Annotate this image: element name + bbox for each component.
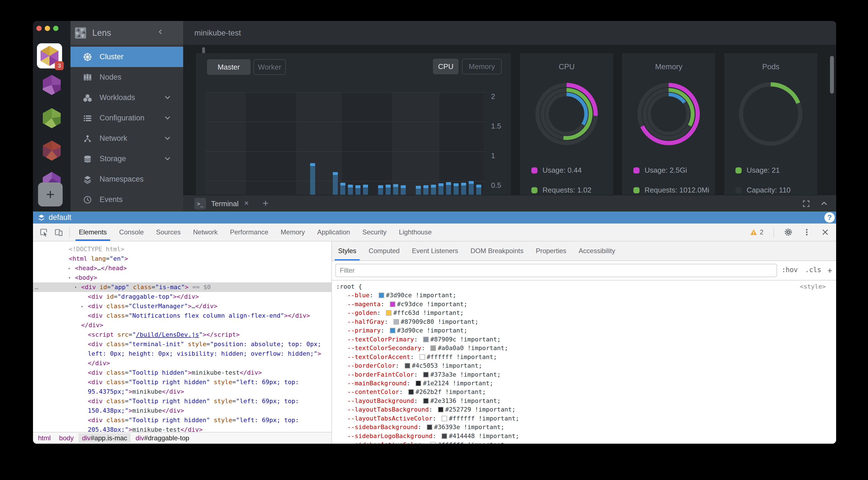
cluster-icon-green[interactable] [43,108,61,128]
tab-elements[interactable]: Elements [73,224,113,241]
dom-tree-row[interactable]: ▸<head>…</head> [33,264,331,273]
css-variable-row[interactable]: --layoutBackground: #2e3136 !important; [332,397,835,405]
styles-tab-event-listeners[interactable]: Event Listeners [406,241,464,261]
collapse-arrow-icon[interactable]: ▸ [81,302,84,311]
styles-tab-properties[interactable]: Properties [530,241,572,261]
tab-memory[interactable]: Memory [275,224,311,241]
chevron-down-icon[interactable] [163,155,172,164]
metric-tab-memory[interactable]: Memory [462,59,502,74]
sidebar-item-nodes[interactable]: Nodes [70,67,183,88]
active-cluster-tile[interactable]: 3 [37,43,62,68]
sidebar-item-cluster[interactable]: Cluster [70,47,183,67]
terminal-fullscreen-icon[interactable] [802,200,810,209]
css-variable-row[interactable]: --sidebarLogoBackground: #414448 !import… [332,432,835,441]
tab-application[interactable]: Application [311,224,356,241]
expand-arrow-icon[interactable]: ▾ [74,282,77,292]
color-swatch[interactable] [390,302,395,307]
terminal-collapse-icon[interactable] [820,200,828,209]
sidebar-collapse-icon[interactable] [157,28,164,37]
css-variable-row[interactable]: --magenta: #c93dce !important; [332,300,835,309]
css-variable-row[interactable]: --blue: #3d90ce !important; [332,291,835,300]
chevron-down-icon[interactable] [163,93,172,102]
styles-tab-dom-breakpoints[interactable]: DOM Breakpoints [464,241,530,261]
color-swatch[interactable] [390,328,395,333]
css-variable-row[interactable]: --borderFaintColor: #373a3e !important; [332,370,835,379]
color-swatch[interactable] [423,372,429,377]
dom-tree-row[interactable]: <div class="Notifications flex column al… [33,311,331,320]
color-swatch[interactable] [441,416,447,421]
warning-badge[interactable]: 2 [750,228,764,236]
sidebar-item-configuration[interactable]: Configuration [70,108,183,128]
color-swatch[interactable] [430,345,436,351]
collapse-arrow-icon[interactable]: ▸ [68,264,71,273]
gear-icon[interactable] [784,228,793,236]
device-toolbar-icon[interactable] [54,228,63,237]
dom-tree-row[interactable]: <div class="Tooltip right hidden" style=… [33,397,331,406]
css-variable-row[interactable]: --textColorAccent: #ffffff !important; [332,353,835,362]
style-origin-link[interactable]: <style> [800,282,826,291]
color-swatch[interactable] [405,363,410,369]
terminal-close-icon[interactable]: × [244,199,249,208]
color-swatch[interactable] [438,407,443,412]
cluster-icon-purple[interactable] [43,75,61,95]
breadcrumb-item[interactable]: body [56,433,77,443]
help-button[interactable]: ? [825,212,835,223]
css-variable-row[interactable]: --halfGray: #87909c80 !important; [332,317,835,326]
color-swatch[interactable] [420,354,425,360]
dom-tree-row[interactable]: <!DOCTYPE html> [33,244,331,254]
color-swatch[interactable] [423,337,429,342]
tab-console[interactable]: Console [113,224,150,241]
toggle-hover-state-button[interactable]: :hov [782,266,798,274]
close-devtools-icon[interactable] [821,228,829,236]
color-swatch[interactable] [386,310,392,316]
dom-tree-row[interactable]: <html lang="en"> [33,254,331,264]
css-variable-row[interactable]: --textColorSecondary: #a0a0a0 !important… [332,344,835,353]
add-cluster-button[interactable]: + [38,182,63,206]
css-variable-row[interactable]: --contentColor: #262b2f !important; [332,387,835,397]
css-variable-row[interactable]: --borderColor: #4c5053 !important; [332,361,835,370]
tab-security[interactable]: Security [356,224,393,241]
breadcrumb-item[interactable]: div#app.is-mac [79,433,130,443]
toggle-class-button[interactable]: .cls [805,266,821,274]
tab-performance[interactable]: Performance [224,224,274,241]
minimize-window-button[interactable] [45,26,50,31]
dom-tree-row[interactable]: <div id="draggable-top"></div> [33,292,331,302]
chevron-down-icon[interactable] [163,134,172,143]
dom-tree-row[interactable]: <script src="/build/LensDev.js"></script… [33,330,331,339]
sidebar-item-workloads[interactable]: Workloads [70,88,183,108]
new-style-rule-button[interactable]: + [828,266,832,275]
color-swatch[interactable] [415,381,421,386]
dom-tree-row[interactable]: 150.438px;">minikube</div> [33,406,331,415]
dom-tree-row[interactable]: 95.4375px;">minikube</div> [33,387,331,397]
styles-filter-input[interactable] [335,264,777,277]
breadcrumb-item[interactable]: html [35,433,54,443]
dom-tree-row[interactable]: …▾<div id="app" class="is-mac"> == $0 [33,282,331,292]
node-tab-worker[interactable]: Worker [253,59,286,75]
tab-network[interactable]: Network [187,224,224,241]
color-swatch[interactable] [427,424,432,430]
styles-tab-styles[interactable]: Styles [332,241,363,261]
dom-tree-row[interactable]: <div class="Tooltip right hidden" style=… [33,415,331,425]
color-swatch[interactable] [394,319,399,325]
chevron-down-icon[interactable] [163,114,172,123]
tab-sources[interactable]: Sources [150,224,187,241]
dom-tree-row[interactable]: </div> [33,358,331,368]
dom-tree-row[interactable]: 205.438px;">minikube-test</div> [33,425,331,432]
color-swatch[interactable] [441,433,447,439]
dom-tree-row[interactable]: <div class="Tooltip hidden">minikube-tes… [33,368,331,377]
styles-tab-computed[interactable]: Computed [363,241,406,261]
zoom-window-button[interactable] [53,26,58,31]
terminal-tab-label[interactable]: Terminal [211,200,239,208]
color-swatch[interactable] [423,398,429,404]
styles-tab-accessibility[interactable]: Accessibility [572,241,621,261]
css-variable-row[interactable]: --sidebarBackground: #36393e !important; [332,423,835,432]
css-variable-row[interactable]: --layoutTabsBackground: #252729 !importa… [332,405,835,414]
color-swatch[interactable] [430,442,436,444]
dom-tree-row[interactable]: ▾<body> [33,273,331,282]
css-variable-row[interactable]: --layoutTabsActiveColor: #ffffff !import… [332,414,835,423]
css-variable-row[interactable]: --mainBackground: #1e2124 !important; [332,379,835,388]
breadcrumb-item[interactable]: div#draggable-top [132,433,193,443]
close-window-button[interactable] [36,26,42,31]
terminal-add-icon[interactable]: + [262,198,269,209]
cluster-icon-red[interactable] [43,141,61,161]
